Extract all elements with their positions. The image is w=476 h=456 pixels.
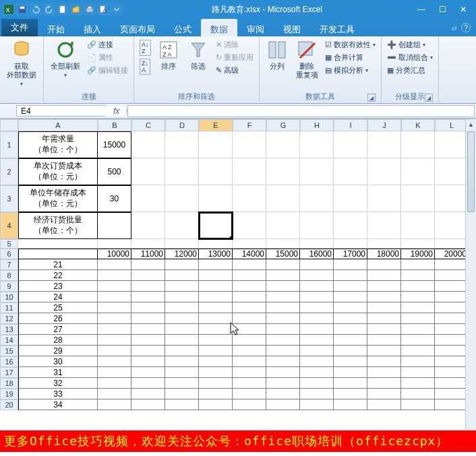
- cell[interactable]: [367, 281, 401, 292]
- sort-desc-button[interactable]: Z↓A: [138, 58, 152, 75]
- cell[interactable]: [300, 324, 334, 335]
- cell[interactable]: [98, 212, 131, 239]
- cell[interactable]: [165, 313, 199, 324]
- cell[interactable]: [266, 324, 300, 335]
- cell[interactable]: [401, 378, 435, 389]
- cell[interactable]: 32: [18, 378, 98, 389]
- cell[interactable]: [367, 185, 401, 212]
- cell[interactable]: [300, 281, 334, 292]
- cell[interactable]: 12000: [165, 249, 199, 259]
- cell[interactable]: [367, 259, 401, 270]
- cell[interactable]: [266, 270, 300, 281]
- cell[interactable]: [131, 259, 165, 270]
- row-header[interactable]: 3: [0, 185, 18, 212]
- cell[interactable]: [199, 378, 233, 389]
- formula-input[interactable]: [127, 105, 475, 117]
- cell[interactable]: [98, 324, 131, 335]
- cell[interactable]: [131, 270, 165, 281]
- cell[interactable]: [367, 292, 401, 302]
- cell[interactable]: [300, 335, 334, 346]
- print-preview-icon[interactable]: [97, 3, 109, 15]
- cell[interactable]: [435, 239, 469, 249]
- fill-handle[interactable]: [230, 236, 233, 239]
- column-header[interactable]: K: [401, 119, 435, 131]
- cell[interactable]: 29: [18, 346, 98, 356]
- cell[interactable]: [233, 367, 266, 378]
- cell[interactable]: [401, 259, 435, 270]
- cell[interactable]: 17000: [334, 249, 367, 259]
- cell[interactable]: [401, 399, 435, 410]
- column-header[interactable]: F: [233, 119, 266, 131]
- cell[interactable]: [435, 399, 469, 410]
- cell[interactable]: [165, 292, 199, 302]
- cell[interactable]: 25: [18, 302, 98, 313]
- cell[interactable]: [131, 324, 165, 335]
- tab-开发工具[interactable]: 开发工具: [310, 19, 364, 36]
- row-header[interactable]: 18: [0, 378, 18, 389]
- cell[interactable]: [334, 302, 367, 313]
- cell[interactable]: [199, 389, 233, 399]
- cell[interactable]: 10000: [98, 249, 131, 259]
- cell[interactable]: [165, 212, 199, 239]
- cell[interactable]: 26: [18, 313, 98, 324]
- cell[interactable]: [334, 389, 367, 399]
- cell[interactable]: 20000: [435, 249, 469, 259]
- cell[interactable]: [233, 335, 266, 346]
- cell[interactable]: [367, 158, 401, 185]
- cell[interactable]: [367, 302, 401, 313]
- cell[interactable]: [401, 185, 435, 212]
- cell[interactable]: [199, 367, 233, 378]
- maximize-button[interactable]: ☐: [432, 3, 452, 16]
- cell[interactable]: [435, 356, 469, 367]
- dialog-launcher-icon[interactable]: ◢: [425, 94, 433, 102]
- cell[interactable]: [334, 367, 367, 378]
- tab-页面布局[interactable]: 页面布局: [111, 19, 165, 36]
- cell[interactable]: 15000: [266, 249, 300, 259]
- cell[interactable]: [266, 239, 300, 249]
- cell[interactable]: [401, 212, 435, 239]
- cell[interactable]: [300, 302, 334, 313]
- cell[interactable]: 15000: [98, 131, 131, 158]
- cell[interactable]: [98, 270, 131, 281]
- cell[interactable]: [300, 270, 334, 281]
- subtotal-button[interactable]: ▦分类汇总: [386, 65, 434, 76]
- cell[interactable]: [98, 399, 131, 410]
- cell[interactable]: [165, 239, 199, 249]
- cell[interactable]: [300, 356, 334, 367]
- cell[interactable]: [266, 399, 300, 410]
- cell[interactable]: [131, 158, 165, 185]
- cell[interactable]: 单位年储存成本 （单位：元）: [18, 185, 98, 212]
- scroll-thumb[interactable]: [467, 131, 475, 212]
- cell[interactable]: [435, 185, 469, 212]
- cell[interactable]: [199, 259, 233, 270]
- cell[interactable]: [233, 270, 266, 281]
- cell[interactable]: [98, 378, 131, 389]
- cell[interactable]: [131, 292, 165, 302]
- sort-asc-button[interactable]: A↓Z: [138, 39, 152, 57]
- cell[interactable]: [300, 313, 334, 324]
- cell[interactable]: [401, 335, 435, 346]
- cell[interactable]: 14000: [233, 249, 266, 259]
- cell[interactable]: [266, 389, 300, 399]
- cell[interactable]: [367, 131, 401, 158]
- cell[interactable]: [300, 158, 334, 185]
- cell[interactable]: [165, 378, 199, 389]
- cell[interactable]: [165, 302, 199, 313]
- column-header[interactable]: D: [165, 119, 199, 131]
- save-icon[interactable]: [16, 3, 28, 15]
- row-header[interactable]: 9: [0, 281, 18, 292]
- cell[interactable]: [435, 281, 469, 292]
- cell[interactable]: [300, 367, 334, 378]
- cell[interactable]: [334, 158, 367, 185]
- cell[interactable]: [300, 346, 334, 356]
- undo-icon[interactable]: [30, 3, 42, 15]
- cell[interactable]: [401, 324, 435, 335]
- spreadsheet-area[interactable]: ABCDEFGHIJKL1年需求量 （单位：个）150002单次订货成本 （单位…: [0, 119, 476, 442]
- cell[interactable]: [199, 356, 233, 367]
- cell[interactable]: [401, 292, 435, 302]
- cell[interactable]: [300, 292, 334, 302]
- whatif-button[interactable]: ▤模拟分析▾: [324, 65, 377, 76]
- qat-dropdown-icon[interactable]: [111, 3, 123, 15]
- fx-icon[interactable]: fx: [107, 106, 126, 116]
- cell[interactable]: [233, 259, 266, 270]
